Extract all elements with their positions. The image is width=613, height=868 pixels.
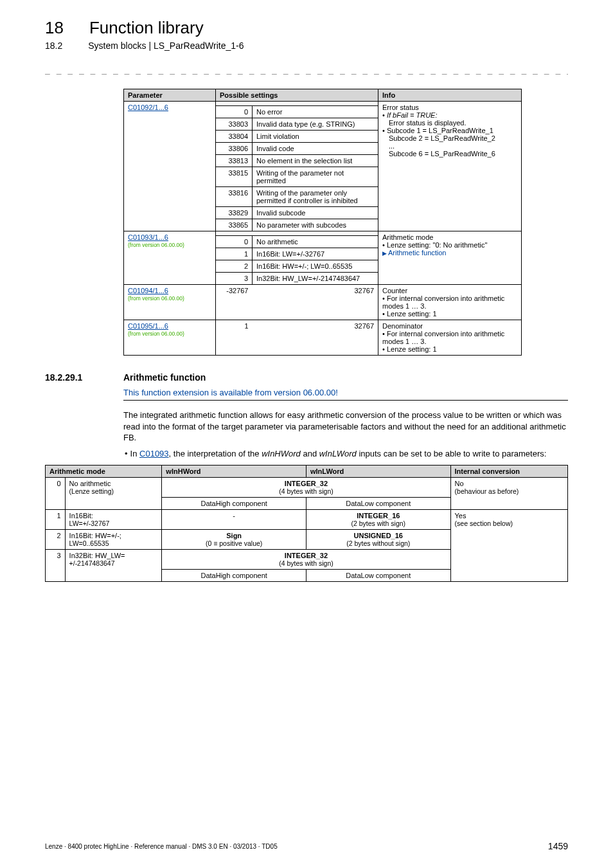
info-line: Subcode 6 = LS_ParReadWrite_6 [382,150,517,158]
conv-text: Yes [455,512,564,520]
subsection-title: System blocks | LS_ParReadWrite_1-6 [88,41,244,51]
settings-empty [216,102,378,106]
table-row: 0 No arithmetic (Lenze setting) INTEGER_… [46,477,568,497]
version-tag: (from version 06.00.00) [128,330,211,337]
arith-table-wrap: Arithmetic mode wInHWord wInLWord Intern… [45,465,568,582]
setting-val: Limit violation [253,131,378,143]
th-mode: Arithmetic mode [46,465,162,477]
mode-sub: LW=+/-32767 [69,520,158,527]
setting-num: 0 [216,236,253,248]
settings-empty [216,231,378,236]
range-low: 1 [216,320,253,356]
th-lw: wInLWord [306,465,450,477]
mode-cell: No arithmetic (Lenze setting) [65,477,162,509]
mode-name: In32Bit: HW_LW= [69,552,158,559]
version-tag: (from version 06.00.00) [128,242,211,248]
parameter-table-wrap: Parameter Possible settings Info C01092/… [123,89,568,356]
info-bullets: For internal conversion into arithmetic … [382,330,517,353]
version-tag: (from version 06.00.00) [128,295,211,302]
int-sub: (4 bytes with sign) [166,559,446,567]
conv-sub: (behaviour as before) [455,487,564,495]
link-c01093-inline[interactable]: C01093 [139,449,169,458]
link-c01092[interactable]: C01092/1...6 [128,104,168,111]
link-c01094[interactable]: C01094/1...6 [128,287,168,294]
body-paragraph: The integrated arithmetic function allow… [123,410,568,444]
info-title: Error status [382,104,517,111]
table-row: C01094/1...6 (from version 06.00.00) -32… [124,285,522,320]
mode-idx: 1 [46,509,66,529]
lw-sub: (2 bytes with sign) [310,520,447,527]
setting-num: 33816 [216,187,253,207]
info-cell: Arithmetic mode Lenze setting: "0: No ar… [378,231,522,285]
conv-cell: Yes (see section below) [450,509,567,581]
mode-cell: In16Bit: LW=+/-32767 [65,509,162,529]
setting-num: 33815 [216,167,253,187]
info-bullets: If bFail = TRUE: Error status is display… [382,111,517,134]
info-bullets: For internal conversion into arithmetic … [382,294,517,318]
divider-dashes: _ _ _ _ _ _ _ _ _ _ _ _ _ _ _ _ _ _ _ _ … [45,65,568,75]
body-bullet: •In C01093, the interpretation of the wI… [123,449,577,458]
mode-sub: (Lenze setting) [69,487,158,495]
setting-num: 33804 [216,131,253,143]
arith-table: Arithmetic mode wInHWord wInLWord Intern… [45,465,568,582]
int-type: INTEGER_32 [285,552,328,559]
table-header-row: Arithmetic mode wInHWord wInLWord Intern… [46,465,568,477]
th-parameter: Parameter [124,89,216,102]
info-title: Counter [382,287,517,294]
setting-num: 33829 [216,207,253,219]
mode-cell: In32Bit: HW_LW= +/-2147483647 [65,549,162,581]
datalow: DataLow component [306,497,450,509]
chapter-title: Function library [89,18,204,38]
setting-val: No parameter with subcodes [253,219,378,231]
info-line: ... [382,142,517,150]
section-heading: 18.2.29.1 Arithmetic function [45,372,568,383]
setting-num: 3 [216,273,253,285]
setting-val: No element in the selection list [253,155,378,167]
info-cell: Counter For internal conversion into ari… [378,285,522,320]
mode-name: No arithmetic [69,480,158,487]
hw-cell: - [162,509,306,529]
setting-num: 33806 [216,143,253,155]
th-hw: wInHWord [162,465,306,477]
param-cell: C01092/1...6 [124,102,216,231]
chapter-header: 18 Function library [45,18,568,38]
hw-cell: Sign (0 ≡ positive value) [162,529,306,549]
info-bullet: For internal conversion into arithmetic … [382,330,517,345]
setting-num: 2 [216,260,253,273]
datahigh: DataHigh component [162,569,306,581]
mode-idx: 0 [46,477,66,509]
param-cell: C01095/1...6 (from version 06.00.00) [124,320,216,356]
param-cell: C01093/1...6 (from version 06.00.00) [124,231,216,285]
info-cell: Error status If bFail = TRUE: Error stat… [378,102,522,231]
link-c01093[interactable]: C01093/1...6 [128,233,168,241]
setting-val: Invalid code [253,143,378,155]
info-bullet-text: If bFail = TRUE: [387,111,438,119]
mode-idx: 3 [46,549,66,581]
link-c01095[interactable]: C01095/1...6 [128,322,168,330]
hw-type: Sign [226,532,242,539]
range-high: 32767 [335,320,378,356]
table-row: C01092/1...6 Error status If bFail = TRU… [124,102,522,106]
table-row: 1 In16Bit: LW=+/-32767 - INTEGER_16 (2 b… [46,509,568,529]
setting-val: Invalid subcode [253,207,378,219]
link-arith-func[interactable]: Arithmetic function [388,249,446,257]
lw-type: INTEGER_16 [357,512,400,520]
version-note: This function extension is available fro… [123,388,568,397]
info-title: Denominator [382,322,517,330]
int-cell: INTEGER_32 (4 bytes with sign) [162,549,450,569]
setting-val: In32Bit: HW_LW=+/-2147483647 [253,273,378,285]
info-bullet: For internal conversion into arithmetic … [382,294,517,310]
table-row: C01095/1...6 (from version 06.00.00) 1 3… [124,320,522,356]
setting-num: 33865 [216,219,253,231]
int-type: INTEGER_32 [285,480,328,487]
parameter-table: Parameter Possible settings Info C01092/… [123,89,522,356]
info-cell: Denominator For internal conversion into… [378,320,522,356]
setting-val: Invalid data type (e.g. STRING) [253,118,378,131]
mode-sub: +/-2147483647 [69,559,158,567]
setting-val: No arithmetic [253,236,378,248]
th-conv: Internal conversion [450,465,567,477]
setting-val: Writing of the parameter only permitted … [253,187,378,207]
range-mid [253,320,336,356]
lw-cell: UNSIGNED_16 (2 bytes without sign) [306,529,450,549]
bullet-pre: In [130,449,139,458]
